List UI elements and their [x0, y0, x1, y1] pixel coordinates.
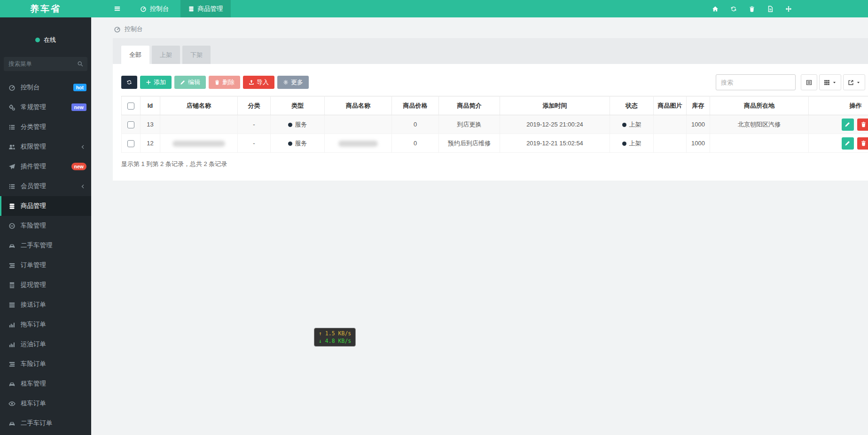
tab-on-shelf[interactable]: 上架 — [152, 46, 180, 64]
cell-type: 服务 — [271, 134, 325, 153]
cell-id: 12 — [141, 134, 160, 153]
sidebar-item-goods[interactable]: 商品管理 — [0, 196, 91, 216]
row-delete-button[interactable] — [857, 137, 868, 150]
export-icon — [848, 79, 854, 86]
clear-button[interactable] — [743, 0, 761, 17]
sidebar-item-label: 常规管理 — [21, 103, 46, 111]
col-location: 商品所在地 — [710, 96, 809, 115]
header-tab-label: 控制台 — [150, 5, 169, 13]
delete-button[interactable]: 删除 — [209, 76, 240, 89]
refresh-button[interactable] — [724, 0, 743, 17]
goods-table: Id 店铺名称 分类 类型 商品名称 商品价格 商品简介 添加时间 状态 商品图… — [121, 96, 868, 153]
sidebar-item-pickup-order[interactable]: 接送订单 — [0, 295, 91, 315]
row-edit-button[interactable] — [842, 137, 854, 150]
import-button[interactable]: 导入 — [243, 76, 274, 89]
sidebar-item-rent[interactable]: 租车管理 — [0, 374, 91, 394]
database-icon — [8, 203, 16, 210]
minus-circle-icon — [8, 222, 16, 229]
trash-icon — [749, 6, 755, 12]
header-tab-goods[interactable]: 商品管理 — [180, 0, 231, 17]
row-delete-button[interactable] — [857, 119, 868, 131]
sidebar-item-order[interactable]: 订单管理 — [0, 255, 91, 275]
sidebar-item-member[interactable]: 会员管理 — [0, 176, 91, 196]
rocket-icon — [8, 163, 16, 170]
caret-down-icon — [832, 79, 837, 86]
table-row[interactable]: 13 - 服务 0 到店更换 2019-12-25 21:00:24 上架 10… — [122, 115, 868, 134]
car-icon — [8, 380, 16, 388]
cell-stock: 1000 — [687, 134, 710, 153]
header-actions — [706, 0, 868, 17]
toolbar-right — [716, 74, 865, 90]
fullscreen-button[interactable] — [779, 0, 798, 17]
sidebar-item-car-insurance[interactable]: 车险管理 — [0, 216, 91, 236]
add-button[interactable]: 添加 — [140, 76, 172, 89]
gear-icon — [283, 79, 289, 85]
cell-actions — [809, 115, 868, 134]
more-button[interactable]: 更多 — [277, 76, 309, 89]
row-checkbox[interactable] — [127, 121, 134, 128]
edit-button[interactable]: 编辑 — [174, 76, 206, 89]
sidebar-item-oil-order[interactable]: 运油订单 — [0, 334, 91, 354]
chevron-left-icon — [80, 184, 86, 189]
sidebar-item-usedcar-order[interactable]: 二手车订单 — [0, 413, 91, 433]
sidebar-toggle-button[interactable] — [105, 0, 129, 17]
export-button[interactable] — [843, 74, 865, 90]
sidebar-item-console[interactable]: 控制台 hot — [0, 78, 91, 97]
database-icon — [188, 6, 195, 12]
sidebar-item-withdraw[interactable]: 提现管理 — [0, 275, 91, 295]
record-summary: 显示第 1 到第 2 条记录，总共 2 条记录 — [121, 160, 868, 168]
list-icon — [8, 183, 16, 190]
toolbar-buttons: 添加 编辑 删除 导入 — [121, 76, 309, 89]
table-search-input[interactable] — [716, 74, 796, 90]
sidebar-item-permission[interactable]: 权限管理 — [0, 137, 91, 157]
tab-all[interactable]: 全部 — [121, 46, 149, 64]
table-header-row: Id 店铺名称 分类 类型 商品名称 商品价格 商品简介 添加时间 状态 商品图… — [122, 96, 868, 115]
trash-icon — [860, 140, 867, 146]
sidebar-item-label: 提现管理 — [21, 281, 46, 289]
cell-price: 0 — [392, 134, 439, 153]
upload-speed: ↑ 1.5 KB/s — [319, 330, 351, 337]
table-row[interactable]: 12 - 服务 0 预约后到店维修 2019-12-21 15:02:54 上架… — [122, 134, 868, 153]
sidebar-item-plugin[interactable]: 插件管理 new — [0, 157, 91, 176]
select-all-checkbox[interactable] — [127, 103, 134, 110]
sidebar-item-label: 二手车管理 — [21, 241, 53, 250]
sidebar-item-insurance-order[interactable]: 车险订单 — [0, 354, 91, 374]
add-button-label: 添加 — [154, 78, 166, 87]
docs-button[interactable] — [761, 0, 779, 17]
new-badge: new — [71, 163, 86, 171]
menu-search-input[interactable] — [4, 57, 87, 71]
sidebar-item-general[interactable]: 常规管理 new — [0, 97, 91, 117]
columns-button[interactable] — [819, 74, 841, 90]
import-button-label: 导入 — [257, 78, 269, 87]
sidebar-item-usedcar[interactable]: 二手车管理 — [0, 236, 91, 255]
col-added: 添加时间 — [500, 96, 610, 115]
sidebar-item-tow-order[interactable]: 拖车订单 — [0, 315, 91, 334]
tab-off-shelf[interactable]: 下架 — [182, 46, 211, 64]
breadcrumb: 控制台 — [91, 17, 868, 38]
col-stock: 库存 — [687, 96, 710, 115]
cogs-icon — [8, 104, 16, 111]
sidebar-item-label: 会员管理 — [21, 182, 46, 190]
gauge-icon — [8, 84, 16, 91]
panel-body: 添加 编辑 删除 导入 — [113, 64, 868, 181]
sidebar-item-rent-order[interactable]: 租车订单 — [0, 394, 91, 413]
sidebar-item-label: 车险订单 — [21, 360, 46, 368]
row-edit-button[interactable] — [842, 119, 854, 131]
detail-view-button[interactable] — [801, 74, 817, 90]
home-button[interactable] — [706, 0, 724, 17]
sidebar-item-category[interactable]: 分类管理 — [0, 117, 91, 137]
refresh-button[interactable] — [121, 76, 137, 89]
top-header: 养车省 控制台 商品管理 — [0, 0, 868, 17]
hamburger-icon — [114, 5, 121, 12]
status-dot — [288, 123, 292, 127]
row-checkbox[interactable] — [127, 140, 134, 147]
goods-panel: 全部 上架 下架 添加 编辑 — [113, 38, 868, 181]
col-category: 分类 — [238, 96, 271, 115]
header-tab-dashboard[interactable]: 控制台 — [133, 0, 177, 17]
calculator-icon — [8, 282, 16, 289]
cell-intro: 到店更换 — [439, 115, 500, 134]
car-icon — [8, 242, 16, 249]
view-buttons — [799, 74, 865, 90]
cell-location: 北京朝阳区汽修 — [710, 115, 809, 134]
online-status: 在线 — [0, 17, 91, 48]
